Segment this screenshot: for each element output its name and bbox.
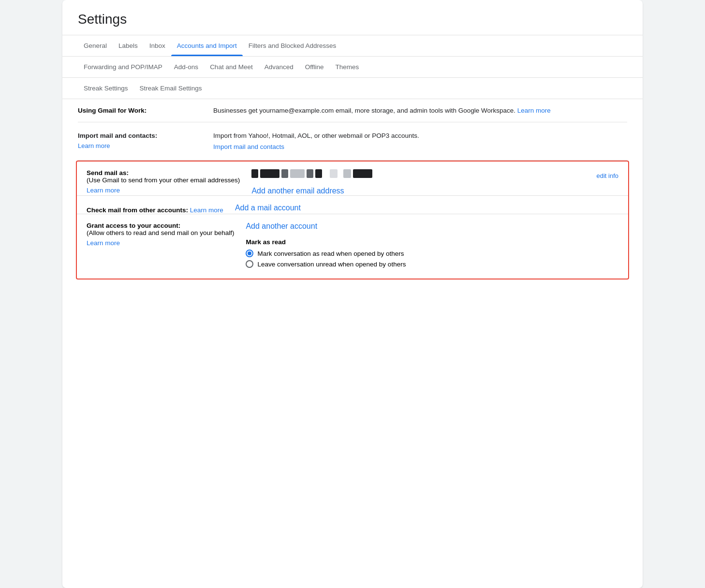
import-mail-link[interactable]: Import mail and contacts [213, 143, 284, 150]
radio-unselected-icon[interactable] [246, 260, 253, 268]
check-mail-content: Add a mail account [235, 204, 618, 212]
grant-access-label: Grant access to your account: (Allow oth… [87, 222, 246, 247]
send-mail-content: edit info Add another email address [251, 169, 618, 195]
tab-themes[interactable]: Themes [330, 57, 365, 77]
send-mail-learn-more[interactable]: Learn more [87, 187, 120, 194]
add-mail-account-link[interactable]: Add a mail account [235, 204, 301, 212]
mark-as-read-title: Mark as read [246, 238, 618, 246]
tab-advanced[interactable]: Advanced [259, 57, 299, 77]
tab-forwarding-pop[interactable]: Forwarding and POP/IMAP [78, 57, 168, 77]
page-title: Settings [62, 0, 643, 35]
email-char-1 [251, 169, 258, 178]
add-email-address-link[interactable]: Add another email address [251, 187, 344, 195]
email-address-display [251, 169, 372, 178]
using-gmail-label: Using Gmail for Work: [78, 107, 213, 114]
check-mail-section: Check mail from other accounts: Learn mo… [77, 195, 628, 214]
grant-access-row: Grant access to your account: (Allow oth… [87, 222, 618, 271]
radio-option-1[interactable]: Mark conversation as read when opened by… [246, 250, 618, 257]
tab-inbox[interactable]: Inbox [144, 35, 171, 56]
send-mail-row: Send mail as: (Use Gmail to send from yo… [87, 169, 618, 195]
edit-info-link[interactable]: edit info [596, 172, 618, 179]
tabs-row-3: Streak Settings Streak Email Settings [62, 78, 643, 99]
tab-chat-meet[interactable]: Chat and Meet [204, 57, 259, 77]
email-char-4 [290, 169, 305, 178]
email-char-9 [353, 169, 372, 178]
tabs-row-2: Forwarding and POP/IMAP Add-ons Chat and… [62, 57, 643, 78]
tabs-row-1: General Labels Inbox Accounts and Import… [62, 35, 643, 57]
content-area: Using Gmail for Work: Businesses get you… [62, 99, 643, 279]
import-mail-learn-more[interactable]: Learn more [78, 142, 202, 149]
grant-access-learn-more[interactable]: Learn more [87, 239, 120, 247]
radio-option-1-label: Mark conversation as read when opened by… [257, 250, 404, 257]
grant-access-section: Grant access to your account: (Allow oth… [77, 214, 628, 271]
send-mail-label: Send mail as: (Use Gmail to send from yo… [87, 169, 251, 194]
email-char-8 [343, 169, 351, 178]
tab-labels[interactable]: Labels [113, 35, 144, 56]
radio-option-2-label: Leave conversation unread when opened by… [257, 261, 406, 268]
using-gmail-learn-more[interactable]: Learn more [517, 107, 551, 114]
import-mail-content: Import from Yahoo!, Hotmail, AOL, or oth… [213, 132, 627, 150]
email-char-2 [260, 169, 279, 178]
email-char-5 [307, 169, 313, 178]
email-char-7 [330, 169, 338, 178]
add-another-account-link[interactable]: Add another account [246, 222, 317, 230]
using-gmail-row: Using Gmail for Work: Businesses get you… [78, 99, 627, 122]
import-mail-description: Import from Yahoo!, Hotmail, AOL, or oth… [213, 132, 627, 139]
tab-accounts-import[interactable]: Accounts and Import [171, 35, 243, 56]
tab-general[interactable]: General [78, 35, 113, 56]
highlighted-section: Send mail as: (Use Gmail to send from yo… [76, 161, 629, 279]
email-char-3 [281, 169, 288, 178]
tab-addons[interactable]: Add-ons [168, 57, 204, 77]
grant-access-sublabel: (Allow others to read and send mail on y… [87, 229, 234, 236]
tab-streak-settings[interactable]: Streak Settings [78, 78, 134, 99]
radio-selected-icon[interactable] [246, 250, 253, 257]
import-mail-label: Import mail and contacts: Learn more [78, 132, 213, 149]
email-char-6 [315, 169, 322, 178]
using-gmail-description: Businesses get yourname@example.com emai… [213, 107, 551, 114]
radio-option-2[interactable]: Leave conversation unread when opened by… [246, 260, 618, 268]
grant-access-content: Add another account Mark as read Mark co… [246, 222, 618, 271]
tab-offline[interactable]: Offline [299, 57, 330, 77]
check-mail-learn-more[interactable]: Learn more [190, 206, 223, 214]
check-mail-label: Check mail from other accounts: Learn mo… [87, 204, 235, 214]
tab-filters-blocked[interactable]: Filters and Blocked Addresses [243, 35, 342, 56]
check-mail-row: Check mail from other accounts: Learn mo… [87, 204, 618, 214]
import-mail-row: Import mail and contacts: Learn more Imp… [78, 122, 627, 161]
send-mail-sublabel: (Use Gmail to send from your other email… [87, 176, 240, 184]
tab-streak-email[interactable]: Streak Email Settings [134, 78, 208, 99]
